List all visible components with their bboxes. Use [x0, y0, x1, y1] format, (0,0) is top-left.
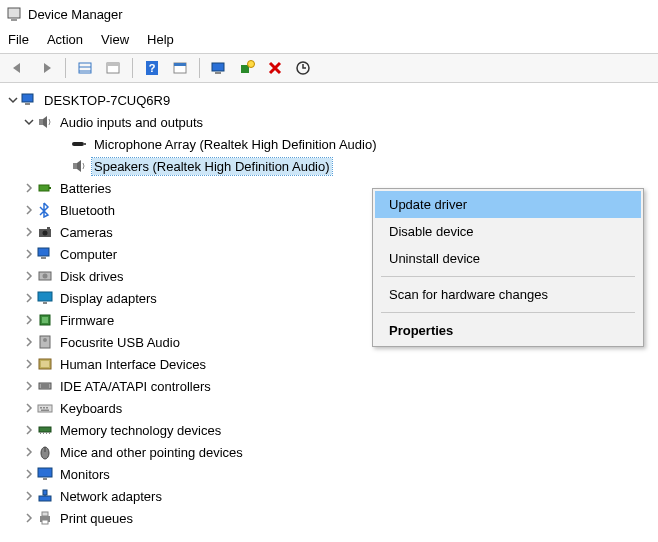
tree-node-label: IDE ATA/ATAPI controllers — [58, 378, 213, 395]
menu-help[interactable]: Help — [147, 32, 174, 47]
tree-category[interactable]: Audio inputs and outputs — [4, 111, 658, 133]
tree-node-label: Bluetooth — [58, 202, 117, 219]
tree-category[interactable]: Print queues — [4, 507, 658, 529]
svg-point-36 — [43, 338, 47, 342]
tree-node-label: Batteries — [58, 180, 113, 197]
window-title: Device Manager — [28, 7, 123, 22]
svg-rect-10 — [174, 63, 186, 66]
svg-rect-46 — [41, 410, 49, 412]
expander-closed-icon[interactable] — [22, 227, 36, 237]
svg-rect-12 — [215, 72, 221, 74]
back-button[interactable] — [6, 57, 30, 79]
battery-icon — [36, 180, 54, 196]
svg-rect-60 — [42, 512, 48, 516]
tree-node-label: Network adapters — [58, 488, 164, 505]
svg-rect-11 — [212, 63, 224, 71]
properties-button[interactable] — [101, 57, 125, 79]
tree-node-label: Disk drives — [58, 268, 126, 285]
tree-category[interactable]: Memory technology devices — [4, 419, 658, 441]
help-icon: ? — [144, 60, 160, 76]
tree-category[interactable]: Keyboards — [4, 397, 658, 419]
computer-icon — [36, 246, 54, 262]
context-menu-separator — [381, 312, 635, 313]
tree-category[interactable]: Mice and other pointing devices — [4, 441, 658, 463]
expander-closed-icon[interactable] — [22, 425, 36, 435]
tree-node-label: Print queues — [58, 510, 135, 527]
scan-button[interactable] — [207, 57, 231, 79]
show-hidden-button[interactable] — [73, 57, 97, 79]
svg-rect-28 — [41, 257, 46, 259]
add-legacy-button[interactable] — [235, 57, 259, 79]
hid-icon — [36, 356, 54, 372]
tree-device[interactable]: Microphone Array (Realtek High Definitio… — [4, 133, 658, 155]
expander-open-icon[interactable] — [22, 117, 36, 127]
context-menu-item[interactable]: Uninstall device — [375, 245, 641, 272]
tree-category[interactable]: IDE ATA/ATAPI controllers — [4, 375, 658, 397]
context-menu-item[interactable]: Scan for hardware changes — [375, 281, 641, 308]
expander-closed-icon[interactable] — [22, 491, 36, 501]
help-button[interactable]: ? — [140, 57, 164, 79]
toolbar: ? — [0, 53, 658, 83]
arrow-right-icon — [38, 61, 54, 75]
svg-rect-50 — [46, 432, 47, 434]
expander-closed-icon[interactable] — [22, 381, 36, 391]
tree-category[interactable]: Network adapters — [4, 485, 658, 507]
x-red-icon — [268, 61, 282, 75]
speaker-icon — [70, 158, 88, 174]
tree-category[interactable]: Human Interface Devices — [4, 353, 658, 375]
expander-closed-icon[interactable] — [22, 249, 36, 259]
expander-closed-icon[interactable] — [22, 205, 36, 215]
forward-button[interactable] — [34, 57, 58, 79]
svg-rect-56 — [39, 496, 51, 501]
svg-point-30 — [43, 274, 48, 279]
svg-rect-49 — [43, 432, 44, 434]
monitor-scan-icon — [211, 61, 227, 75]
tree-device[interactable]: Speakers (Realtek High Definition Audio) — [4, 155, 658, 177]
menu-action[interactable]: Action — [47, 32, 83, 47]
context-menu-item[interactable]: Update driver — [375, 191, 641, 218]
toolbar-separator — [65, 58, 66, 78]
svg-rect-6 — [107, 63, 119, 66]
svg-rect-47 — [39, 427, 51, 432]
tree-node-label: Memory technology devices — [58, 422, 223, 439]
add-hardware-icon — [239, 60, 255, 76]
display-icon — [36, 290, 54, 306]
action-button[interactable] — [168, 57, 192, 79]
bluetooth-icon — [36, 202, 54, 218]
expander-closed-icon[interactable] — [22, 183, 36, 193]
tree-category[interactable]: Monitors — [4, 463, 658, 485]
expander-closed-icon[interactable] — [22, 469, 36, 479]
expander-closed-icon[interactable] — [22, 447, 36, 457]
tree-root[interactable]: DESKTOP-7CUQ6R9 — [4, 89, 658, 111]
context-menu-item[interactable]: Disable device — [375, 218, 641, 245]
context-menu-item[interactable]: Properties — [375, 317, 641, 344]
context-menu-separator — [381, 276, 635, 277]
svg-rect-16 — [22, 94, 33, 102]
tree-node-label: Microphone Array (Realtek High Definitio… — [92, 136, 379, 153]
tree-node-label: Speakers (Realtek High Definition Audio) — [92, 158, 332, 175]
update-button[interactable] — [291, 57, 315, 79]
svg-rect-20 — [83, 143, 86, 145]
tree-node-label: Audio inputs and outputs — [58, 114, 205, 131]
expander-open-icon[interactable] — [6, 95, 20, 105]
expander-closed-icon[interactable] — [22, 513, 36, 523]
keyboard-icon — [36, 400, 54, 416]
expander-closed-icon[interactable] — [22, 359, 36, 369]
tree-node-label: Human Interface Devices — [58, 356, 208, 373]
printer-icon — [36, 510, 54, 526]
svg-rect-17 — [25, 103, 30, 105]
svg-rect-51 — [49, 432, 50, 434]
expander-closed-icon[interactable] — [22, 337, 36, 347]
expander-closed-icon[interactable] — [22, 315, 36, 325]
arrow-left-icon — [10, 61, 26, 75]
titlebar: Device Manager — [0, 0, 658, 28]
uninstall-button[interactable] — [263, 57, 287, 79]
expander-closed-icon[interactable] — [22, 293, 36, 303]
menu-file[interactable]: File — [8, 32, 29, 47]
svg-rect-21 — [73, 163, 77, 169]
expander-closed-icon[interactable] — [22, 271, 36, 281]
svg-rect-1 — [11, 19, 17, 21]
menu-view[interactable]: View — [101, 32, 129, 47]
expander-closed-icon[interactable] — [22, 403, 36, 413]
microphone-icon — [70, 136, 88, 152]
